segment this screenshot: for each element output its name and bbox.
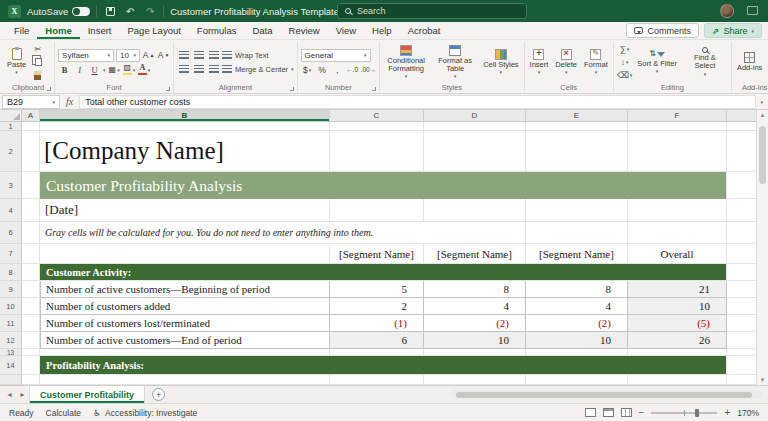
- formula-bar-expand-icon[interactable]: ▾: [760, 99, 766, 105]
- tab-help[interactable]: Help: [364, 23, 400, 39]
- formula-input[interactable]: Total other customer costs: [79, 95, 756, 109]
- cell-segment-header[interactable]: [Segment Name]: [330, 244, 424, 264]
- row-header-10[interactable]: 10: [0, 298, 22, 315]
- comments-button[interactable]: Comments: [626, 23, 699, 38]
- cell[interactable]: [22, 244, 40, 264]
- cell[interactable]: [628, 375, 727, 385]
- cell-section-customer-activity[interactable]: Customer Activity:: [40, 264, 727, 281]
- dialog-launcher-icon[interactable]: [290, 87, 294, 91]
- cell[interactable]: [424, 199, 526, 222]
- merge-center-button[interactable]: Merge & Center▾: [222, 63, 293, 75]
- zoom-out-button[interactable]: −: [639, 408, 645, 418]
- dialog-launcher-icon[interactable]: [372, 87, 376, 91]
- row-header-4[interactable]: 4: [0, 199, 22, 222]
- cell[interactable]: [22, 356, 40, 375]
- cell[interactable]: [22, 349, 40, 356]
- cell-segment-header[interactable]: [Segment Name]: [424, 244, 526, 264]
- tab-acrobat[interactable]: Acrobat: [400, 23, 449, 39]
- cut-button[interactable]: ✂: [31, 43, 44, 55]
- cell[interactable]: [526, 375, 628, 385]
- number-format-select[interactable]: General▾: [301, 49, 371, 62]
- dialog-launcher-icon[interactable]: [166, 87, 170, 91]
- cell[interactable]: [22, 172, 40, 199]
- undo-button[interactable]: ↶: [123, 5, 137, 18]
- tab-data[interactable]: Data: [244, 23, 280, 39]
- cell[interactable]: [424, 122, 526, 131]
- cell-company-name[interactable]: [Company Name]: [40, 131, 330, 172]
- scrollbar-thumb[interactable]: [759, 126, 766, 184]
- column-header-c[interactable]: C: [330, 110, 424, 121]
- redo-button[interactable]: ↷: [143, 5, 157, 18]
- cell[interactable]: [727, 298, 756, 315]
- comma-style-button[interactable]: ,: [331, 64, 344, 76]
- align-top-button[interactable]: [177, 49, 190, 61]
- cell[interactable]: [628, 222, 727, 244]
- row-header-14[interactable]: 14: [0, 356, 22, 375]
- find-select-button[interactable]: Find & Select ▾: [682, 46, 728, 78]
- scroll-down-icon[interactable]: ▼: [757, 377, 768, 383]
- cell[interactable]: [727, 375, 756, 385]
- cell[interactable]: [526, 222, 628, 244]
- cell-value[interactable]: 5: [330, 281, 424, 298]
- cell-styles-button[interactable]: Cell Styles ▾: [481, 48, 520, 77]
- tab-formulas[interactable]: Formulas: [189, 23, 245, 39]
- cell[interactable]: [22, 298, 40, 315]
- normal-view-button[interactable]: [585, 408, 596, 417]
- search-box[interactable]: Search: [337, 3, 527, 19]
- cell-value[interactable]: 8: [526, 281, 628, 298]
- cell[interactable]: [727, 222, 756, 244]
- tab-file[interactable]: File: [6, 23, 37, 39]
- cell[interactable]: [727, 172, 756, 199]
- cell[interactable]: [330, 375, 424, 385]
- increase-decimal-button[interactable]: ←.0: [346, 64, 359, 76]
- autosave-toggle[interactable]: AutoSave: [27, 6, 90, 17]
- bold-button[interactable]: B: [58, 64, 71, 76]
- format-painter-button[interactable]: [31, 69, 44, 81]
- underline-button[interactable]: U: [88, 64, 101, 76]
- cell[interactable]: [22, 131, 40, 172]
- sheet-nav-left-icon[interactable]: ◄: [3, 391, 16, 398]
- wrap-text-button[interactable]: Wrap Text: [222, 49, 269, 61]
- zoom-level[interactable]: 170%: [737, 408, 759, 418]
- font-name-select[interactable]: Sylfaen▾: [58, 49, 114, 62]
- format-cells-button[interactable]: ✎ Format ▾: [582, 48, 610, 77]
- cell[interactable]: [40, 375, 330, 385]
- column-header-d[interactable]: D: [424, 110, 526, 121]
- insert-cells-button[interactable]: + Insert ▾: [528, 48, 551, 77]
- cell-section-profitability-analysis[interactable]: Profitability Analysis:: [40, 356, 727, 375]
- cell[interactable]: [628, 199, 727, 222]
- cell[interactable]: [22, 199, 40, 222]
- scrollbar-thumb[interactable]: [456, 392, 752, 398]
- row-header-2[interactable]: 2: [0, 131, 22, 172]
- page-break-view-button[interactable]: [621, 408, 632, 417]
- delete-cells-button[interactable]: × Delete ▾: [553, 48, 579, 77]
- cell[interactable]: [22, 332, 40, 349]
- accessibility-checker[interactable]: ♿ Accessibility: Investigate: [93, 408, 197, 418]
- cell[interactable]: [40, 122, 330, 131]
- cell-row-label[interactable]: Number of active customers—Beginning of …: [40, 281, 330, 298]
- italic-button[interactable]: I: [73, 64, 86, 76]
- cell[interactable]: [40, 244, 330, 264]
- cell-row-label[interactable]: Number of customers lost/terminated: [40, 315, 330, 332]
- tab-view[interactable]: View: [328, 23, 364, 39]
- cell-value-negative[interactable]: (2): [424, 315, 526, 332]
- cell-value-calculated[interactable]: 26: [628, 332, 727, 349]
- cell-value[interactable]: 2: [330, 298, 424, 315]
- cell-segment-header[interactable]: [Segment Name]: [526, 244, 628, 264]
- cell[interactable]: [628, 349, 727, 356]
- tab-home[interactable]: Home: [37, 23, 79, 39]
- row-header-9[interactable]: 9: [0, 281, 22, 298]
- cell[interactable]: [628, 122, 727, 131]
- cell[interactable]: [330, 131, 424, 172]
- cell[interactable]: [424, 131, 526, 172]
- cell-value[interactable]: 4: [526, 298, 628, 315]
- cell[interactable]: [727, 122, 756, 131]
- cell[interactable]: [22, 122, 40, 131]
- select-all-button[interactable]: [0, 110, 22, 121]
- zoom-slider[interactable]: [651, 412, 717, 414]
- borders-button[interactable]: ▦▾: [108, 64, 121, 76]
- cell[interactable]: [526, 199, 628, 222]
- cell-value[interactable]: 8: [424, 281, 526, 298]
- cell-sheet-title[interactable]: Customer Profitability Analysis: [40, 172, 727, 199]
- sort-filter-button[interactable]: ⇅ Sort & Filter ▾: [635, 49, 679, 76]
